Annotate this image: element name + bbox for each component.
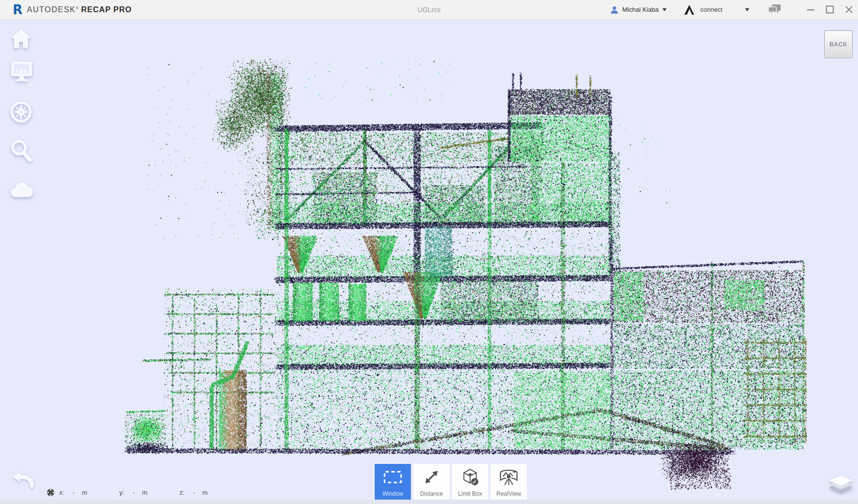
user-icon <box>610 5 619 14</box>
connect-menu[interactable]: connect <box>683 4 749 15</box>
titlebar: R AUTODESK®RECAP PRO UGLrcs Michal Kiaba… <box>0 0 858 20</box>
tool-window[interactable]: Window <box>375 464 411 500</box>
cloud-icon <box>10 182 33 198</box>
coord-unit: m <box>82 489 87 496</box>
limit-box-icon <box>461 464 479 490</box>
navigation-wheel-icon <box>10 101 32 123</box>
sidebar-item-home[interactable] <box>10 28 32 51</box>
app-window: { "app": { "logo_letter": "R", "brand_pr… <box>0 0 858 504</box>
coord-axis-label: y: <box>119 489 124 496</box>
undo-button[interactable] <box>11 469 34 491</box>
sidebar-item-navigation[interactable] <box>10 101 32 125</box>
origin-target-icon <box>46 488 55 497</box>
app-brand: AUTODESK®RECAP PRO <box>27 5 132 14</box>
tool-label: RealView <box>497 490 521 497</box>
coord-unit: m <box>202 489 207 496</box>
coordinate-readout: x: - m y: - m z: - m <box>46 488 235 497</box>
coord-axis-label: z: <box>180 489 184 496</box>
recap-logo-icon: R <box>13 3 23 16</box>
coord-value: - <box>193 489 195 496</box>
tool-limit-box[interactable]: Limit Box <box>452 464 488 500</box>
layers-button[interactable] <box>828 474 854 499</box>
coord-value: - <box>133 489 135 496</box>
tool-realview[interactable]: RealView <box>491 464 527 500</box>
tool-label: Limit Box <box>458 490 482 497</box>
point-cloud-canvas[interactable] <box>0 0 858 504</box>
realview-icon <box>499 464 519 490</box>
chevron-down-icon <box>662 8 667 11</box>
sidebar-item-views[interactable] <box>10 61 33 84</box>
home-icon <box>10 28 32 49</box>
tool-label: Window <box>383 490 404 497</box>
autodesk-mark-icon <box>683 4 695 15</box>
coord-axis-label: x: <box>59 489 64 496</box>
brand-registered-mark: ® <box>76 5 79 10</box>
monitor-icon <box>10 61 33 82</box>
sidebar-item-cloud[interactable] <box>10 182 33 200</box>
bottom-strip <box>0 500 858 504</box>
minimize-button[interactable] <box>807 5 815 14</box>
tool-distance[interactable]: Distance <box>413 464 450 500</box>
coord-x: x: - m <box>59 489 115 496</box>
brand-prefix: AUTODESK <box>27 5 76 14</box>
brand-product: RECAP PRO <box>81 5 132 14</box>
chevron-down-icon <box>745 8 749 11</box>
distance-icon <box>423 464 440 490</box>
layers-icon <box>828 474 854 497</box>
tool-label: Distance <box>420 490 443 497</box>
undo-arrow-icon <box>11 469 34 489</box>
coord-value: - <box>72 489 74 496</box>
user-menu[interactable]: Michal Kiaba <box>610 5 667 14</box>
window-select-icon <box>383 464 403 490</box>
coord-y: y: - m <box>119 489 175 496</box>
coord-unit: m <box>142 489 147 496</box>
user-name: Michal Kiaba <box>622 6 658 13</box>
window-controls <box>796 5 853 14</box>
connect-label: connect <box>700 6 723 13</box>
feedback-chat-icon[interactable] <box>768 4 781 15</box>
document-title: UGLrcs <box>294 6 564 14</box>
back-button[interactable]: BACK <box>824 30 853 58</box>
search-icon <box>10 139 32 162</box>
close-button[interactable] <box>845 5 853 14</box>
bottom-toolbar: Window Distance Limit Box <box>375 464 527 500</box>
maximize-button[interactable] <box>826 5 834 14</box>
sidebar-item-search[interactable] <box>10 139 32 164</box>
coord-z: z: - m <box>180 489 235 496</box>
